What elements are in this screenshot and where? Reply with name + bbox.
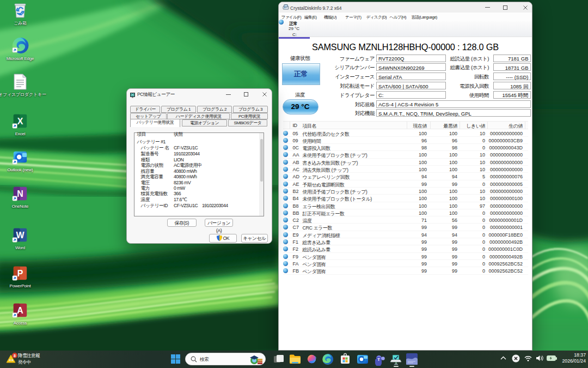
svg-text:P: P: [17, 269, 23, 278]
svg-text:X: X: [17, 117, 23, 126]
svg-text:8: 8: [14, 354, 16, 358]
svg-text:A: A: [17, 306, 23, 315]
svg-text:W: W: [16, 231, 24, 240]
svg-text:N: N: [17, 189, 23, 198]
svg-text:T: T: [377, 357, 380, 362]
